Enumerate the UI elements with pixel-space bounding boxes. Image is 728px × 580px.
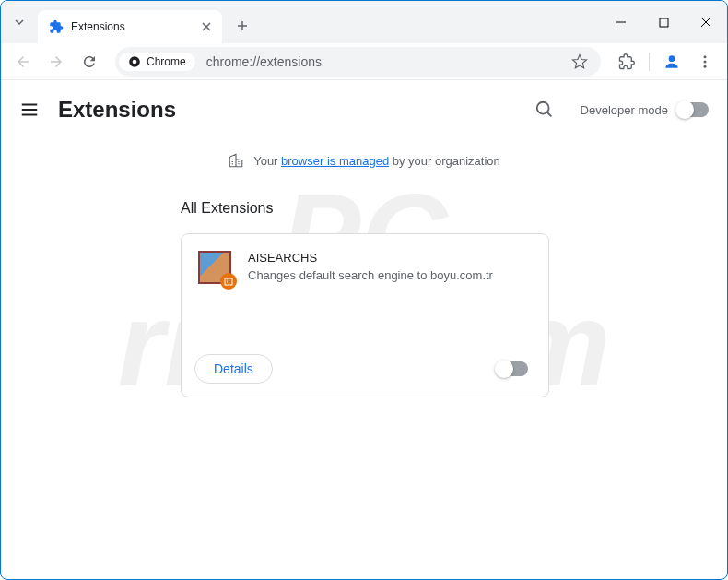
window-titlebar: Extensions (1, 1, 727, 43)
bookmark-star-icon[interactable] (562, 53, 597, 70)
tab-search-dropdown[interactable] (1, 1, 38, 43)
extension-app-icon (198, 251, 231, 284)
chrome-icon (128, 55, 141, 68)
extension-description: Changes default search engine to boyu.co… (248, 268, 493, 282)
browser-toolbar: Chrome chrome://extensions (1, 43, 727, 80)
browser-tab[interactable]: Extensions (38, 10, 222, 43)
details-button[interactable]: Details (194, 354, 273, 384)
extension-enable-toggle[interactable] (497, 361, 528, 376)
page-header: Extensions Developer mode (1, 80, 727, 139)
extension-icon (49, 19, 64, 34)
page-title: Extensions (58, 97, 509, 123)
svg-point-7 (536, 102, 548, 114)
developer-mode-label: Developer mode (581, 103, 668, 117)
developer-mode-toggle[interactable] (677, 102, 709, 117)
svg-point-4 (704, 55, 707, 58)
extensions-content: All Extensions AISEARCHS Changes default… (1, 182, 727, 416)
managed-banner: Your browser is managed by your organiza… (1, 139, 727, 182)
new-tab-button[interactable] (229, 13, 255, 39)
address-bar[interactable]: Chrome chrome://extensions (115, 47, 601, 77)
reload-button[interactable] (75, 47, 104, 77)
svg-point-2 (133, 59, 137, 64)
window-close-button[interactable] (685, 1, 727, 43)
hamburger-menu-icon[interactable] (19, 100, 40, 120)
svg-point-5 (704, 60, 707, 63)
extensions-button[interactable] (612, 47, 641, 77)
building-icon (228, 152, 244, 169)
tab-title: Extensions (71, 20, 194, 33)
tab-close-icon[interactable] (202, 22, 211, 31)
chrome-chip: Chrome (119, 53, 195, 71)
svg-rect-0 (660, 18, 668, 27)
back-button (8, 47, 38, 77)
extension-name: AISEARCHS (248, 251, 493, 265)
developer-mode-control: Developer mode (581, 102, 709, 117)
search-icon[interactable] (527, 92, 562, 127)
managed-text: Your browser is managed by your organiza… (253, 154, 500, 168)
svg-point-6 (704, 65, 707, 67)
extension-card: AISEARCHS Changes default search engine … (181, 233, 549, 397)
managed-link[interactable]: browser is managed (281, 154, 389, 168)
svg-point-3 (669, 55, 675, 62)
menu-button[interactable] (690, 47, 720, 77)
window-minimize-button[interactable] (600, 1, 642, 43)
profile-button[interactable] (657, 47, 687, 77)
section-title: All Extensions (181, 200, 547, 217)
toolbar-separator (649, 53, 650, 71)
url-text: chrome://extensions (195, 54, 562, 69)
managed-badge-icon (220, 273, 237, 290)
chrome-chip-label: Chrome (147, 55, 186, 68)
window-maximize-button[interactable] (642, 1, 685, 43)
forward-button (41, 47, 71, 77)
